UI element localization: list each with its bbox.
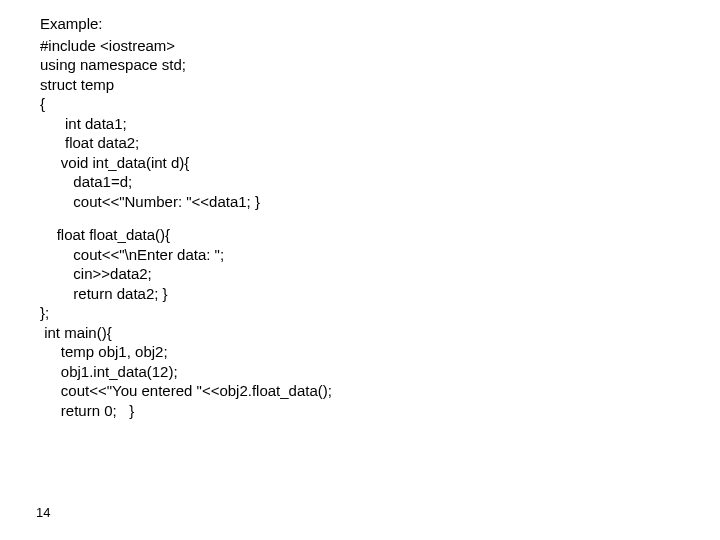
code-line: #include <iostream> bbox=[40, 36, 720, 56]
code-line: obj1.int_data(12); bbox=[40, 362, 720, 382]
code-line: cout<<"Number: "<<data1; } bbox=[40, 192, 720, 212]
code-line: struct temp bbox=[40, 75, 720, 95]
code-line: void int_data(int d){ bbox=[40, 153, 720, 173]
example-heading: Example: bbox=[40, 14, 720, 34]
page-number: 14 bbox=[36, 505, 50, 522]
code-line: int main(){ bbox=[40, 323, 720, 343]
code-line: data1=d; bbox=[40, 172, 720, 192]
code-line: cout<<"You entered "<<obj2.float_data(); bbox=[40, 381, 720, 401]
code-line: return 0; } bbox=[40, 401, 720, 421]
code-line: int data1; bbox=[40, 114, 720, 134]
code-line: return data2; } bbox=[40, 284, 720, 304]
code-line: { bbox=[40, 94, 720, 114]
code-line: }; bbox=[40, 303, 720, 323]
code-line: float data2; bbox=[40, 133, 720, 153]
code-line: cout<<"\nEnter data: "; bbox=[40, 245, 720, 265]
code-line: temp obj1, obj2; bbox=[40, 342, 720, 362]
document-content: Example: #include <iostream> using names… bbox=[0, 0, 720, 420]
code-line: cin>>data2; bbox=[40, 264, 720, 284]
code-line: using namespace std; bbox=[40, 55, 720, 75]
code-line: float float_data(){ bbox=[40, 225, 720, 245]
